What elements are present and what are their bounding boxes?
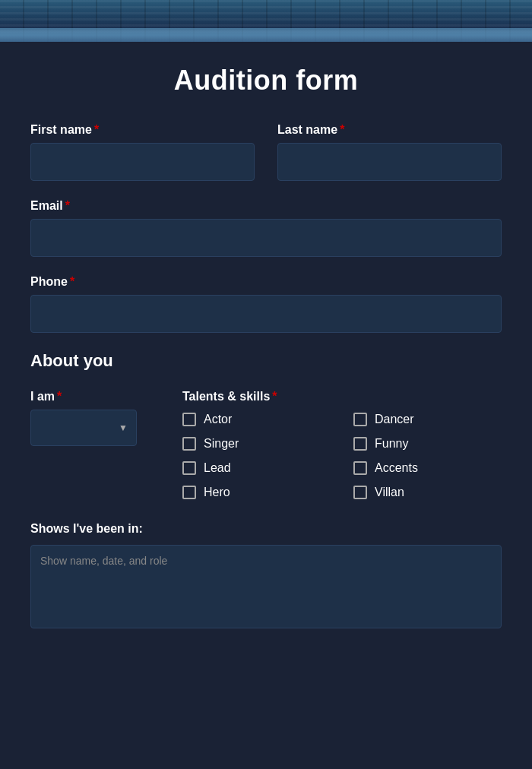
form-title: Audition form [30,65,502,97]
checkbox-accents[interactable] [353,461,367,475]
checkbox-label-villan: Villan [375,486,404,499]
checkbox-funny[interactable] [353,437,367,451]
header-banner [0,0,532,42]
checkbox-item-singer[interactable]: Singer [182,437,331,451]
i-am-required: * [57,390,62,403]
checkbox-item-lead[interactable]: Lead [182,461,331,475]
checkbox-item-funny[interactable]: Funny [353,437,502,451]
talents-checkboxes: Actor Dancer Singer Funny [182,413,502,499]
checkbox-actor[interactable] [182,413,196,426]
checkbox-item-dancer[interactable]: Dancer [353,413,502,426]
checkbox-label-funny: Funny [375,437,408,451]
checkbox-label-accents: Accents [375,461,418,475]
checkbox-label-lead: Lead [204,461,231,475]
last-name-label: Last name* [277,123,502,137]
last-name-input[interactable] [277,143,502,181]
email-required: * [65,199,70,212]
about-section-title: About you [30,351,502,371]
checkbox-villan[interactable] [353,486,367,499]
email-input[interactable] [30,219,502,257]
checkbox-label-actor: Actor [204,413,232,426]
phone-label: Phone* [30,275,502,289]
checkbox-item-accents[interactable]: Accents [353,461,502,475]
phone-input[interactable] [30,295,502,333]
i-am-select-wrapper: Actor Director Producer Other ▼ [30,410,137,446]
checkbox-label-dancer: Dancer [375,413,414,426]
checkbox-dancer[interactable] [353,413,367,426]
i-am-select[interactable]: Actor Director Producer Other [30,410,137,446]
last-name-required: * [340,123,344,136]
shows-label: Shows I've been in: [30,522,502,536]
checkbox-singer[interactable] [182,437,196,451]
first-name-label: First name* [30,123,255,137]
checkbox-lead[interactable] [182,461,196,475]
first-name-input[interactable] [30,143,255,181]
talents-required: * [272,390,277,403]
phone-required: * [70,275,74,288]
checkbox-item-villan[interactable]: Villan [353,486,502,499]
checkbox-label-hero: Hero [204,486,230,499]
checkbox-item-hero[interactable]: Hero [182,486,331,499]
checkbox-item-actor[interactable]: Actor [182,413,331,426]
email-label: Email* [30,199,502,213]
checkbox-hero[interactable] [182,486,196,499]
i-am-label: I am* [30,390,152,403]
first-name-required: * [94,123,99,136]
shows-textarea[interactable] [30,545,502,628]
talents-label: Talents & skills* [182,390,502,403]
checkbox-label-singer: Singer [204,437,239,451]
